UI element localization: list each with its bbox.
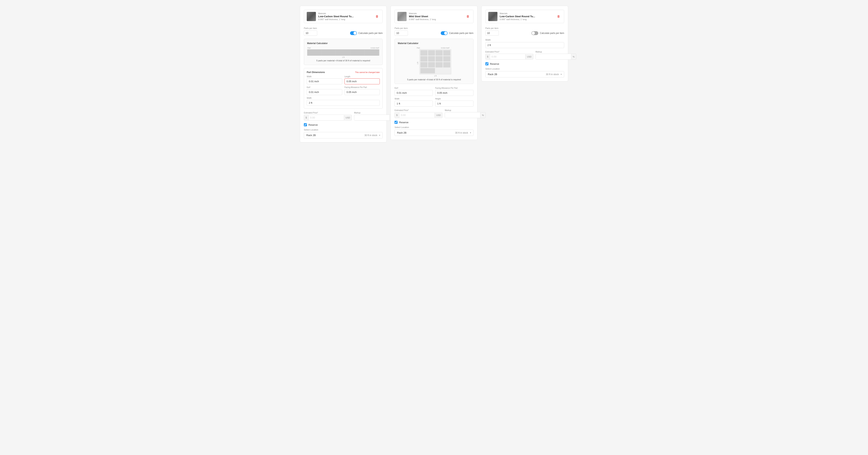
length-field-1: Length: [344, 75, 380, 84]
location-right-2: 30 ft in stock ▾: [455, 131, 471, 134]
width-field-2: Width: [395, 98, 433, 106]
width-input-1[interactable]: [307, 78, 342, 84]
material-info-2: Materials Mild Steel Sheet 0.065" wall t…: [409, 12, 463, 21]
height-input-2[interactable]: [435, 101, 473, 106]
calc-summary-1: 5 parts per material • A total of 30 ft …: [307, 59, 379, 62]
calculate-toggle-3[interactable]: [531, 31, 538, 35]
location-select-3[interactable]: Rack 2B 30 ft in stock ▾: [485, 71, 564, 77]
bar-labels-1: Part 0.01in Kerf: [307, 47, 379, 49]
location-label-2: Select Location: [395, 126, 473, 128]
toggle-label-3: Calculate parts per item: [540, 32, 564, 34]
toggle-slider-2: [441, 31, 447, 35]
calculate-toggle-1[interactable]: [350, 31, 357, 35]
gc-1: [421, 50, 428, 56]
part-dimensions-1: Part Dimensions This cannot be changed l…: [304, 68, 383, 109]
markup-field-2: Markup %: [445, 109, 486, 118]
toggle-slider-3: [531, 31, 538, 35]
price-markup-row-3: Estimated Price* $ USD Markup %: [485, 51, 564, 60]
price-currency-3: USD: [525, 54, 533, 59]
gc-4: [443, 50, 450, 56]
location-stock-1: 30 ft in stock: [364, 134, 377, 137]
parts-input-2[interactable]: [395, 30, 408, 36]
kerf-field-2: Kerf: [395, 87, 433, 96]
gc-9: [421, 62, 428, 67]
kerf-grid-label-2: 0.01in Kerf: [441, 47, 450, 49]
price-dollar-3: $: [486, 54, 490, 59]
reserve-label-1: Reserve: [308, 123, 318, 126]
gc-6: [428, 56, 435, 62]
price-markup-row-1: Estimated Price* $ USD Markup %: [304, 112, 383, 121]
calc-title-2: Material Calculator: [398, 42, 470, 45]
parts-input-3[interactable]: [485, 30, 499, 36]
material-header-2: Materials Mild Steel Sheet 0.065" wall t…: [395, 10, 473, 23]
kerf-input-1[interactable]: [307, 89, 342, 95]
material-name-2: Mild Steel Sheet: [409, 15, 463, 18]
material-header-3: Materials Low-Carbon Steel Round Tu... 0…: [485, 10, 564, 23]
parts-input-1[interactable]: [304, 30, 317, 36]
material-header-1: Materials Low-Carbon Steel Round Tu... 0…: [304, 10, 383, 23]
grid-wrapper-2: 1 ft: [420, 49, 451, 77]
width-label-2: Width: [395, 98, 433, 100]
price-input-3[interactable]: [490, 54, 525, 59]
gc-3: [436, 50, 443, 56]
width-input-3[interactable]: [485, 42, 564, 48]
facing-input-2[interactable]: [435, 90, 473, 96]
price-input-2[interactable]: [399, 112, 435, 118]
location-select-2[interactable]: Rack 2B 30 ft in stock ▾: [395, 130, 473, 136]
markup-input-wrap-1: %: [354, 115, 395, 121]
facing-input-1[interactable]: [344, 89, 380, 95]
width-label-1: Width: [307, 75, 342, 77]
chevron-down-icon-3: ▾: [561, 73, 562, 75]
calculate-toggle-2[interactable]: [441, 31, 447, 35]
material-sub-2: 0.065" wall thickness, 1' long: [409, 18, 463, 21]
toggle-row-2: Calculate parts per item: [441, 31, 473, 35]
parts-row-2: Calculate parts per item: [395, 30, 473, 36]
reserve-checkbox-2[interactable]: [395, 121, 398, 124]
material-info-3: Materials Low-Carbon Steel Round Tu... 0…: [500, 12, 554, 21]
grid-with-v-label-2: 1 ft: [417, 49, 451, 77]
part-label-1: Part: [308, 47, 311, 49]
page-container: Materials Low-Carbon Steel Round Tu... 0…: [300, 6, 568, 142]
h-ruler-label-2: 1 ft: [420, 75, 451, 77]
facing-label-1: Facing Allowance Per Part: [344, 86, 380, 88]
gc-7: [436, 56, 443, 62]
width-standalone-input-1[interactable]: [307, 100, 380, 106]
length-input-1[interactable]: [344, 78, 380, 84]
location-stock-3: 30 ft in stock: [546, 73, 559, 76]
reserve-checkbox-1[interactable]: [304, 123, 307, 126]
location-select-1[interactable]: Rack 2B 30 ft in stock ▾: [304, 132, 383, 138]
gc-13: [421, 68, 435, 73]
dims-width-length-row-1: Width Length: [307, 75, 380, 84]
markup-input-wrap-3: %: [536, 54, 577, 60]
bar-part-1: [307, 50, 321, 56]
part-grid-label-2: Part: [417, 47, 420, 49]
bar-track-1: [307, 49, 379, 56]
material-type-label-3: Materials: [500, 12, 554, 14]
location-value-1: Rack 2B: [306, 134, 316, 137]
height-field-2: Height: [435, 98, 473, 106]
ruler-label-1: 1 ft: [342, 56, 344, 58]
delete-button-3[interactable]: 🗑: [556, 14, 561, 19]
dims-note-1: This cannot be changed later: [355, 71, 380, 73]
bar-part-2: [322, 50, 336, 56]
location-right-1: 30 ft in stock ▾: [364, 134, 380, 137]
kerf-input-2[interactable]: [395, 90, 433, 96]
material-sub-3: 0.065" wall thickness, 1' long: [500, 18, 554, 21]
delete-button-1[interactable]: 🗑: [374, 14, 380, 19]
reserve-checkbox-3[interactable]: [485, 62, 489, 65]
price-dollar-1: $: [304, 115, 309, 120]
reserve-row-1: Reserve: [304, 123, 383, 126]
delete-button-2[interactable]: 🗑: [465, 14, 471, 19]
material-name-1: Low-Carbon Steel Round Tu...: [318, 15, 372, 18]
price-markup-row-2: Estimated Price* $ USD Markup %: [395, 109, 473, 118]
markup-input-2[interactable]: [445, 112, 480, 118]
facing-field-2: Facing Allowance Per Part: [435, 87, 473, 96]
markup-label-3: Markup: [536, 51, 577, 53]
markup-input-1[interactable]: [354, 115, 390, 120]
toggle-label-1: Calculate parts per item: [359, 32, 383, 34]
thumbnail-image-3: [488, 12, 497, 21]
price-input-1[interactable]: [309, 115, 344, 120]
width-input-2[interactable]: [395, 101, 433, 106]
markup-input-3[interactable]: [536, 54, 571, 59]
markup-field-1: Markup %: [354, 112, 395, 121]
